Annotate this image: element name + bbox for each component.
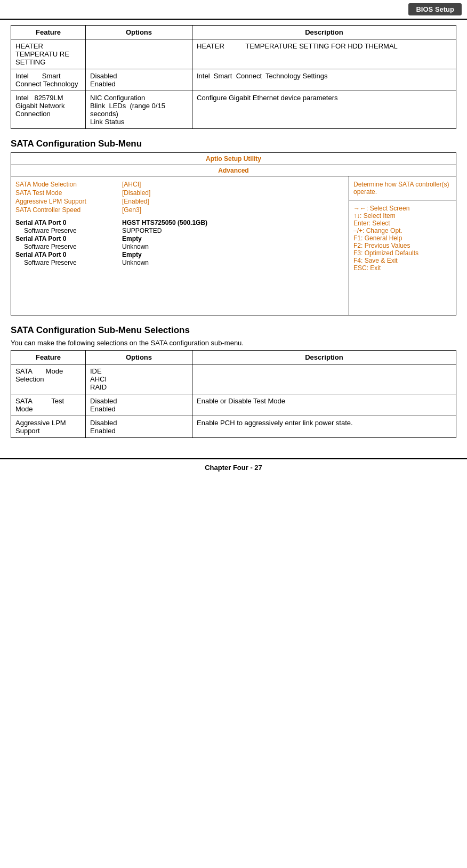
port-sub-label-3: Software Preserve	[15, 259, 122, 266]
table-row: Intel Smart Connect Technology DisabledE…	[11, 69, 456, 91]
sata-selections-heading: SATA Configuration Sub-Menu Selections	[11, 325, 456, 336]
description-cell: Enable PCH to aggressively enter link po…	[192, 416, 456, 438]
bios-body: SATA Mode Selection [AHCI] SATA Test Mod…	[11, 176, 456, 315]
col-options: Options	[86, 26, 192, 39]
table-row: Intel 82579LM Gigabit Network Connection…	[11, 91, 456, 129]
port-sub-row-3: Software Preserve Unknown	[15, 259, 344, 266]
description-cell: HEATER TEMPERATURE SETTING FOR HDD THERM…	[192, 39, 456, 69]
bios-help-line-8: F4: Save & Exit	[353, 257, 452, 264]
description-cell	[192, 364, 456, 394]
port-sub-value-3: Unknown	[122, 259, 149, 266]
bios-port-section: Serial ATA Port 0 HGST HTS725050 (500.1G…	[15, 219, 344, 266]
bios-help-line-1: →←: Select Screen	[353, 205, 452, 212]
footer-label: Chapter Four - 27	[205, 464, 262, 472]
feature-cell: Aggressive LPM Support	[11, 416, 86, 438]
menu-label-2: SATA Test Mode	[15, 189, 122, 197]
menu-row-4: SATA Controller Speed [Gen3]	[15, 206, 344, 214]
port-label-2: Serial ATA Port 0	[15, 235, 122, 242]
menu-label-1: SATA Mode Selection	[15, 181, 122, 188]
menu-label-4: SATA Controller Speed	[15, 206, 122, 214]
bios-help-line-7: F3: Optimized Defaults	[353, 249, 452, 257]
port-row-2: Serial ATA Port 0 Empty	[15, 235, 344, 242]
port-value-1: HGST HTS725050 (500.1GB)	[122, 219, 207, 226]
top-table: Feature Options Description HEATER TEMPE…	[11, 25, 456, 129]
menu-row-3: Aggressive LPM Support [Enabled]	[15, 198, 344, 205]
table-row: SATA Test Mode DisabledEnabled Enable or…	[11, 394, 456, 416]
options-cell: DisabledEnabled	[86, 394, 192, 416]
sata-selections-subtext: You can make the following selections on…	[11, 339, 456, 347]
bios-help-line-4: –/+: Change Opt.	[353, 227, 452, 234]
feature-cell: SATA Mode Selection	[11, 364, 86, 394]
table-row: HEATER TEMPERATU RE SETTING HEATER TEMPE…	[11, 39, 456, 69]
bios-help-line-2: ↑↓: Select Item	[353, 212, 452, 220]
page-footer: Chapter Four - 27	[0, 458, 467, 476]
menu-value-1: [AHCI]	[122, 181, 141, 188]
bios-setup-badge: BIOS Setup	[408, 3, 462, 15]
port-sub-value-1: SUPPORTED	[122, 227, 162, 234]
sata-col-description: Description	[192, 351, 456, 364]
options-cell: DisabledEnabled	[86, 416, 192, 438]
port-value-3: Empty	[122, 251, 142, 258]
sata-col-feature: Feature	[11, 351, 86, 364]
bios-right-top: Determine how SATA controller(s) operate…	[349, 176, 456, 200]
menu-value-2: [Disabled]	[122, 189, 150, 197]
feature-cell: Intel 82579LM Gigabit Network Connection	[11, 91, 86, 129]
bios-help-line-6: F2: Previous Values	[353, 242, 452, 249]
options-cell: NIC ConfigurationBlink LEDs (range 0/15 …	[86, 91, 192, 129]
port-label-1: Serial ATA Port 0	[15, 219, 122, 226]
port-sub-label-2: Software Preserve	[15, 243, 122, 250]
menu-label-3: Aggressive LPM Support	[15, 198, 122, 205]
page-content: Feature Options Description HEATER TEMPE…	[0, 20, 467, 458]
bios-title: Aptio Setup Utility	[11, 153, 456, 165]
options-cell: IDEAHCIRAID	[86, 364, 192, 394]
bios-right-bottom: →←: Select Screen ↑↓: Select Item Enter:…	[349, 200, 456, 315]
description-cell: Intel Smart Connect Technology Settings	[192, 69, 456, 91]
bios-menu-items: SATA Mode Selection [AHCI] SATA Test Mod…	[15, 181, 344, 214]
description-cell: Enable or Disable Test Mode	[192, 394, 456, 416]
port-row-3: Serial ATA Port 0 Empty	[15, 251, 344, 258]
col-feature: Feature	[11, 26, 86, 39]
bios-subtitle: Advanced	[11, 165, 456, 176]
port-sub-row-1: Software Preserve SUPPORTED	[15, 227, 344, 234]
port-sub-value-2: Unknown	[122, 243, 149, 250]
menu-row-2: SATA Test Mode [Disabled]	[15, 189, 344, 197]
description-cell: Configure Gigabit Ethernet device parame…	[192, 91, 456, 129]
options-cell	[86, 39, 192, 69]
menu-value-4: [Gen3]	[122, 206, 141, 214]
feature-cell: SATA Test Mode	[11, 394, 86, 416]
feature-cell: Intel Smart Connect Technology	[11, 69, 86, 91]
page-header: BIOS Setup	[0, 0, 467, 20]
port-sub-label-1: Software Preserve	[15, 227, 122, 234]
bios-right-panel: Determine how SATA controller(s) operate…	[349, 176, 456, 315]
bios-help-line-9: ESC: Exit	[353, 264, 452, 272]
feature-cell: HEATER TEMPERATU RE SETTING	[11, 39, 86, 69]
port-value-2: Empty	[122, 235, 142, 242]
bios-left-panel: SATA Mode Selection [AHCI] SATA Test Mod…	[11, 176, 349, 315]
port-sub-row-2: Software Preserve Unknown	[15, 243, 344, 250]
sata-selections-table: Feature Options Description SATA Mode Se…	[11, 350, 456, 438]
bios-help-line-3: Enter: Select	[353, 220, 452, 227]
port-label-3: Serial ATA Port 0	[15, 251, 122, 258]
menu-row-1: SATA Mode Selection [AHCI]	[15, 181, 344, 188]
table-row: Aggressive LPM Support DisabledEnabled E…	[11, 416, 456, 438]
sata-submenu-heading: SATA Configuration Sub-Menu	[11, 139, 456, 149]
menu-value-3: [Enabled]	[122, 198, 149, 205]
options-cell: DisabledEnabled	[86, 69, 192, 91]
col-description: Description	[192, 26, 456, 39]
table-row: SATA Mode Selection IDEAHCIRAID	[11, 364, 456, 394]
sata-col-options: Options	[86, 351, 192, 364]
bios-help-line-5: F1: General Help	[353, 234, 452, 242]
port-row-1: Serial ATA Port 0 HGST HTS725050 (500.1G…	[15, 219, 344, 226]
bios-ui-box: Aptio Setup Utility Advanced SATA Mode S…	[11, 152, 456, 315]
